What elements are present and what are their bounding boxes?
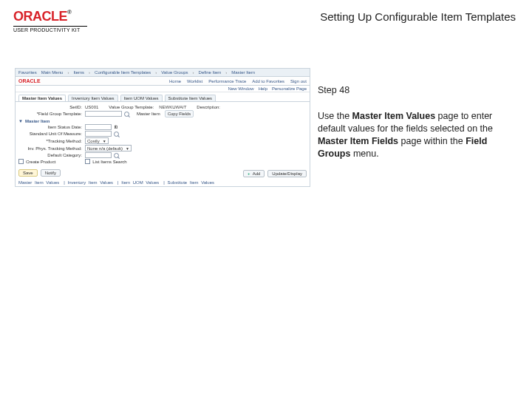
uom-label: Standard Unit Of Measure: [18,132,85,136]
plus-icon: + [248,171,250,176]
footer-link-master[interactable]: Master Item Values [18,180,59,185]
personalize-page-link[interactable]: Personalize Page [272,86,307,91]
crumb-sep: › [155,70,157,75]
action-bar-right: +Add Update/Display [64,168,310,177]
lookup-icon[interactable] [114,132,119,137]
action-bar-left: Save Notify [16,167,64,179]
inv-tracking-select-value: None n/a (default) [87,146,123,151]
app-header: ORACLE Home Worklist Performance Trace A… [16,77,310,86]
calendar-icon[interactable]: 🗓 [114,125,118,129]
add-to-favorites-link[interactable]: Add to Favorites [252,79,284,83]
crumb-sep: › [67,70,69,75]
fieldgroup-label: *Field Group Template: [18,112,85,116]
crumb-sep: › [193,70,194,75]
crumb-items[interactable]: Items [73,70,84,75]
section-title: Master Item [25,119,50,123]
footer-tab-links: Master Item Values| Inventory Item Value… [16,179,310,186]
crumb-define-item[interactable]: Define Item [199,70,222,75]
uom-input[interactable] [85,131,112,137]
tab-inventory-item-values[interactable]: Inventory Item Values [68,95,118,101]
inv-tracking-label: Inv. Phys. Tracking Method: [18,146,85,151]
setid-value: US001 [85,105,98,109]
tab-item-uom-values[interactable]: Item UOM Values [120,95,163,101]
notify-button[interactable]: Notify [41,169,61,177]
add-button[interactable]: +Add [243,170,265,177]
item-status-date-label: Item Status Date: [18,125,85,129]
crumb-master-item[interactable]: Master Item [231,70,255,75]
chevron-down-icon: ▼ [126,146,129,151]
tab-substitute-item-values[interactable]: Substitute Item Values [165,95,216,101]
crumb-mainmenu[interactable]: Main Menu [41,70,64,75]
logo-divider [13,26,87,27]
instr-part: Use the [318,111,352,121]
crumb-sep: › [225,70,227,75]
registered-mark: ® [67,9,71,16]
upk-label: USER PRODUCTIVITY KIT [13,27,80,33]
home-link[interactable]: Home [169,79,181,83]
chevron-down-icon: ▼ [103,139,106,143]
lookup-icon[interactable] [114,153,119,158]
master-item-caption: Master Item [137,112,160,116]
inv-tracking-select[interactable]: None n/a (default)▼ [85,145,132,151]
notify-label: Notify [45,171,56,175]
instr-part: menu. [350,149,378,159]
new-window-link[interactable]: New Window [228,86,254,91]
template-label: Value Group Template: [109,105,157,109]
footer-link-inventory[interactable]: Inventory Item Values [67,180,113,185]
update-label: Update/Display [272,171,302,176]
add-label: Add [253,171,261,176]
oracle-upk-logo: ORACLE® USER PRODUCTIVITY KIT [13,9,87,33]
setid-label: SetID: [18,105,85,109]
step-label: Step 48 [318,84,517,97]
template-value: NEWKUWAIT [159,105,186,109]
tab-strip: Master Item Values Inventory Item Values… [16,92,310,102]
instr-part: page within the [398,136,466,146]
lookup-icon[interactable] [124,112,129,117]
page-title: Setting Up Configurable Item Templates [320,9,519,23]
create-product-label: Create Product [26,160,55,164]
help-link[interactable]: Help [259,86,267,91]
subheader-links: New Window Help Personalize Page [16,86,310,92]
default-category-label: Default Category: [18,153,85,157]
create-product-checkbox[interactable] [18,159,24,164]
footer-link-substitute[interactable]: Substitute Item Values [167,180,214,185]
tracking-select-value: Costly [87,139,100,143]
footer-link-uom[interactable]: Item UOM Values [121,180,159,185]
app-screenshot: Favorites Main Menu › Items › Configurab… [15,68,310,187]
master-item-section-header[interactable]: ▼Master Item [18,119,307,123]
instr-bold-master-item-fields: Master Item Fields [318,136,398,146]
save-button[interactable]: Save [18,169,38,177]
save-label: Save [23,171,33,175]
oracle-logo-small: ORACLE [18,78,41,83]
description-label: Description: [197,105,223,109]
oracle-logo-text: ORACLE® [13,9,71,24]
copy-fields-button[interactable]: Copy Fields [165,110,194,117]
performance-trace-link[interactable]: Performance Trace [208,79,246,83]
fieldgroup-input[interactable] [85,111,122,117]
tracking-method-label: *Tracking Method: [18,139,85,143]
list-items-checkbox[interactable] [85,159,90,164]
default-category-input[interactable] [85,152,112,158]
crumb-sep: › [89,70,90,75]
list-items-label: List Items Search [92,160,126,164]
tab-master-item-values[interactable]: Master Item Values [18,95,66,101]
collapse-icon: ▼ [18,119,23,123]
oracle-word: ORACLE [13,9,67,24]
signout-link[interactable]: Sign out [290,79,307,83]
item-status-date-input[interactable] [85,124,112,130]
copy-fields-label: Copy Fields [168,112,191,116]
crumb-value-groups[interactable]: Value Groups [161,70,188,75]
crumb-favorites[interactable]: Favorites [18,70,37,75]
instr-bold-master-item-values: Master Item Values [352,111,436,121]
instruction-text: Use the Master Item Values page to enter… [318,110,517,160]
tracking-method-select[interactable]: Costly▼ [85,137,109,144]
crumb-cit[interactable]: Configurable Item Templates [95,70,151,75]
update-display-button[interactable]: Update/Display [267,170,307,177]
breadcrumb-bar: Favorites Main Menu › Items › Configurab… [16,69,310,77]
worklist-link[interactable]: Worklist [187,79,202,83]
